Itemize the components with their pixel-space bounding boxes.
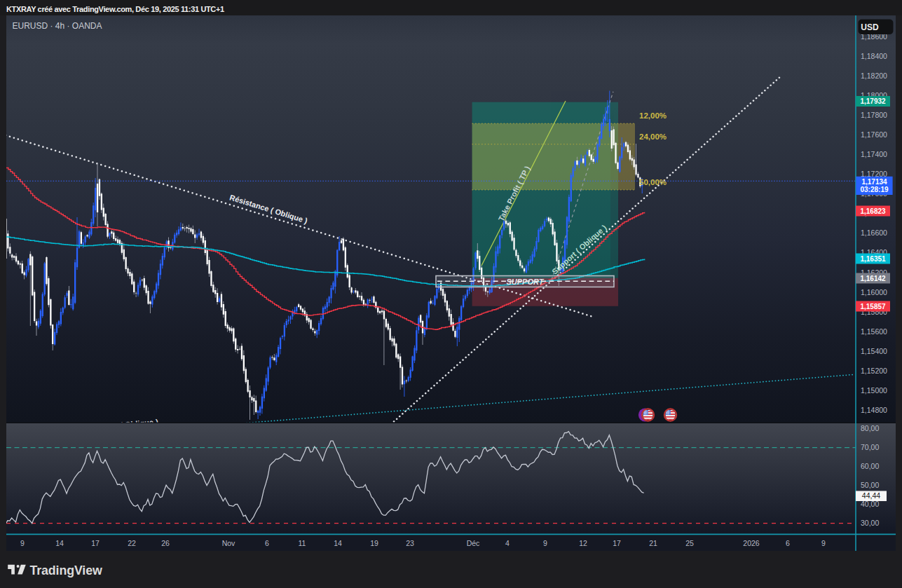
svg-text:6: 6 (265, 539, 269, 547)
svg-text:1,16823: 1,16823 (860, 207, 886, 215)
svg-text:TradingView: TradingView (29, 563, 102, 577)
svg-text:17: 17 (613, 539, 621, 547)
svg-text:1,17134: 1,17134 (861, 178, 887, 186)
svg-text:03:28:19: 03:28:19 (860, 186, 888, 193)
svg-text:9: 9 (20, 539, 25, 547)
svg-text:1,16351: 1,16351 (860, 255, 886, 263)
svg-text:1,16142: 1,16142 (860, 275, 886, 282)
svg-text:11: 11 (299, 539, 306, 547)
svg-text:21: 21 (649, 539, 657, 547)
svg-text:1,15600: 1,15600 (861, 327, 887, 336)
svg-text:1,18400: 1,18400 (861, 52, 887, 60)
svg-text:23: 23 (406, 539, 414, 547)
svg-text:1,18200: 1,18200 (861, 71, 887, 80)
svg-text:24,00%: 24,00% (639, 132, 667, 141)
svg-text:70,00: 70,00 (861, 443, 879, 451)
svg-text:50,00: 50,00 (861, 481, 879, 489)
svg-text:80,00: 80,00 (861, 424, 879, 432)
svg-text:50,00%: 50,00% (639, 178, 667, 186)
svg-text:9: 9 (543, 539, 547, 547)
svg-text:1,17600: 1,17600 (861, 130, 887, 139)
svg-text:6: 6 (786, 539, 790, 547)
svg-text:22: 22 (128, 539, 136, 547)
svg-text:1,17400: 1,17400 (861, 150, 887, 158)
svg-text:4: 4 (505, 539, 510, 547)
svg-text:1,15000: 1,15000 (861, 386, 887, 395)
svg-text:19: 19 (370, 539, 378, 547)
svg-text:26: 26 (161, 539, 170, 547)
svg-text:1,16000: 1,16000 (861, 288, 887, 296)
svg-text:17: 17 (91, 539, 100, 547)
svg-text:1,17800: 1,17800 (861, 111, 887, 119)
svg-text:Nov: Nov (222, 539, 235, 547)
svg-text:14: 14 (334, 539, 342, 547)
svg-text:USD: USD (861, 22, 879, 32)
svg-text:EURUSD · 4h · OANDA: EURUSD · 4h · OANDA (13, 21, 102, 31)
svg-text:KTXRAY créé avec TradingView.c: KTXRAY créé avec TradingView.com, Déc 19… (6, 5, 224, 13)
svg-text:12: 12 (579, 539, 587, 547)
svg-text:2026: 2026 (743, 539, 760, 547)
svg-text:Déc: Déc (467, 539, 480, 547)
svg-text:1,15857: 1,15857 (860, 303, 886, 310)
svg-text:25: 25 (685, 539, 694, 547)
svg-text:44,44: 44,44 (862, 491, 880, 500)
svg-text:1,14800: 1,14800 (861, 406, 887, 414)
svg-text:1,15200: 1,15200 (861, 367, 887, 375)
svg-text:14: 14 (55, 539, 64, 547)
svg-text:12,00%: 12,00% (639, 111, 667, 120)
svg-text:30,00: 30,00 (861, 519, 879, 527)
svg-text:9: 9 (821, 539, 826, 547)
svg-text:40,00: 40,00 (861, 500, 879, 508)
svg-text:60,00: 60,00 (861, 462, 879, 470)
svg-text:1,17932: 1,17932 (860, 97, 886, 105)
svg-text:1,15400: 1,15400 (861, 347, 887, 355)
svg-text:SUPPORT: SUPPORT (507, 278, 545, 286)
svg-text:1,16600: 1,16600 (861, 228, 887, 237)
